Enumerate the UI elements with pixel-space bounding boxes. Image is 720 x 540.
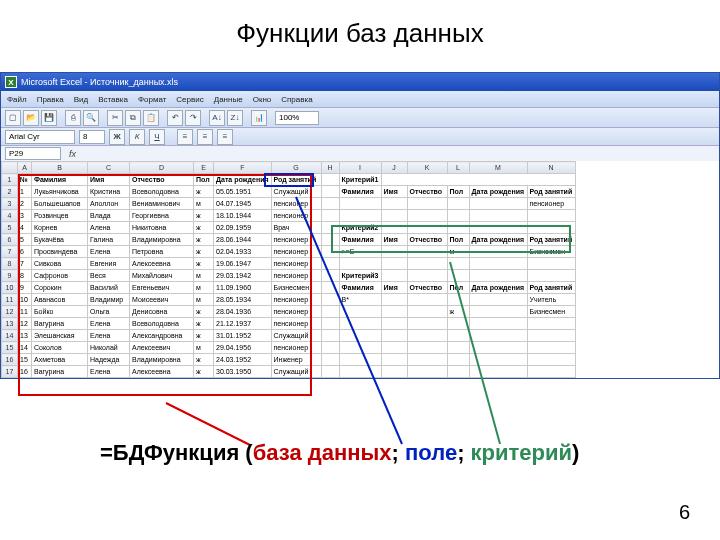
table-row[interactable]: 21ЛукьянчиковаКристинаВсеволодовнаж05.05…	[2, 186, 576, 198]
print-icon[interactable]: ⎙	[65, 110, 81, 126]
table-row[interactable]: 1716ВагуринаЕленаАлексеевнаж30.03.1950Сл…	[2, 366, 576, 378]
format-toolbar: Arial Cyr 8 Ж К Ч ≡ ≡ ≡	[1, 127, 719, 145]
excel-window: X Microsoft Excel - Источник_данных.xls …	[0, 72, 720, 379]
align-center-icon[interactable]: ≡	[197, 129, 213, 145]
menu-help[interactable]: Справка	[281, 95, 312, 104]
menu-insert[interactable]: Вставка	[98, 95, 128, 104]
sort-desc-icon[interactable]: Z↓	[227, 110, 243, 126]
window-title: Microsoft Excel - Источник_данных.xls	[21, 77, 178, 87]
paste-icon[interactable]: 📋	[143, 110, 159, 126]
table-row[interactable]: 87СивковаЕвгенияАлексеевнаж19.06.1947пен…	[2, 258, 576, 270]
open-icon[interactable]: 📂	[23, 110, 39, 126]
spreadsheet-grid[interactable]: ABC DEF GHI JKL MN 1 № Фамилия Имя Отчес…	[1, 161, 576, 378]
menu-data[interactable]: Данные	[214, 95, 243, 104]
name-box[interactable]: P29	[5, 147, 61, 160]
table-row[interactable]: 1312ВагуринаЕленаВсеволодовнаж21.12.1937…	[2, 318, 576, 330]
table-row[interactable]: 1514СоколовНиколайАлексеевичм29.04.1956п…	[2, 342, 576, 354]
save-icon[interactable]: 💾	[41, 110, 57, 126]
cut-icon[interactable]: ✂	[107, 110, 123, 126]
formula-pattern: =БДФункция (база данных; поле; критерий)	[100, 440, 579, 466]
table-row[interactable]: 1110АванасовВладимирМоисеевичм28.05.1934…	[2, 294, 576, 306]
svg-line-0	[166, 403, 250, 445]
chart-icon[interactable]: 📊	[251, 110, 267, 126]
fx-icon[interactable]: fx	[69, 149, 76, 159]
menu-view[interactable]: Вид	[74, 95, 88, 104]
table-row[interactable]: 76ПросвиндеваЕленаПетровнаж02.04.1933пен…	[2, 246, 576, 258]
menu-file[interactable]: Файл	[7, 95, 27, 104]
menu-format[interactable]: Формат	[138, 95, 166, 104]
menu-window[interactable]: Окно	[253, 95, 272, 104]
sheet-area[interactable]: ABC DEF GHI JKL MN 1 № Фамилия Имя Отчес…	[1, 161, 719, 378]
page-number: 6	[679, 501, 690, 524]
underline-icon[interactable]: Ч	[149, 129, 165, 145]
new-icon[interactable]: ▢	[5, 110, 21, 126]
bold-icon[interactable]: Ж	[109, 129, 125, 145]
formula-bar: P29 fx	[1, 145, 719, 161]
slide-title: Функции баз данных	[0, 0, 720, 59]
standard-toolbar: ▢ 📂 💾 ⎙ 🔍 ✂ ⧉ 📋 ↶ ↷ A↓ Z↓ 📊 100%	[1, 107, 719, 127]
table-row[interactable]: 1413ЭлешанскаяЕленаАлександровнаж31.01.1…	[2, 330, 576, 342]
align-left-icon[interactable]: ≡	[177, 129, 193, 145]
redo-icon[interactable]: ↷	[185, 110, 201, 126]
table-row[interactable]: 43РозвинцевВладаГеоргиевнаж18.10.1944пен…	[2, 210, 576, 222]
table-row[interactable]: 32БольшешаповАполлонВениаминовичм04.07.1…	[2, 198, 576, 210]
undo-icon[interactable]: ↶	[167, 110, 183, 126]
copy-icon[interactable]: ⧉	[125, 110, 141, 126]
menu-edit[interactable]: Правка	[37, 95, 64, 104]
preview-icon[interactable]: 🔍	[83, 110, 99, 126]
menubar: Файл Правка Вид Вставка Формат Сервис Да…	[1, 91, 719, 107]
size-select[interactable]: 8	[79, 130, 105, 144]
zoom-select[interactable]: 100%	[275, 111, 319, 125]
table-row[interactable]: 1211БойкоОльгаДенисовнаж28.04.1936пенсио…	[2, 306, 576, 318]
titlebar: X Microsoft Excel - Источник_данных.xls	[1, 73, 719, 91]
excel-icon: X	[5, 76, 17, 88]
table-row[interactable]: 1615АхметоваНадеждаВладимировнаж24.03.19…	[2, 354, 576, 366]
table-row[interactable]: 1 № Фамилия Имя Отчество Пол Дата рожден…	[2, 174, 576, 186]
align-right-icon[interactable]: ≡	[217, 129, 233, 145]
italic-icon[interactable]: К	[129, 129, 145, 145]
table-row[interactable]: 98СафроновВесяМихайловичм29.03.1942пенси…	[2, 270, 576, 282]
col-header-row: ABC DEF GHI JKL MN	[2, 162, 576, 174]
font-select[interactable]: Arial Cyr	[5, 130, 75, 144]
table-row[interactable]: 109СорокинВасилийЕвгеньевичм11.09.1960Би…	[2, 282, 576, 294]
table-row[interactable]: 54КорневАленаНикитовнаж02.09.1959ВрачКри…	[2, 222, 576, 234]
menu-tools[interactable]: Сервис	[176, 95, 203, 104]
table-row[interactable]: 65БукачёваГалинаВладимировнаж28.06.1944п…	[2, 234, 576, 246]
sort-asc-icon[interactable]: A↓	[209, 110, 225, 126]
